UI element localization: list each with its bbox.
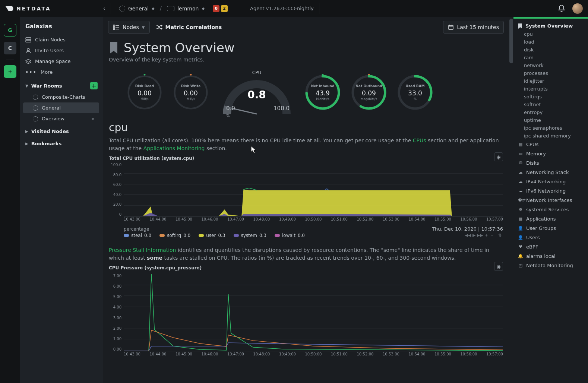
rs-sub-item[interactable]: interrupts — [513, 85, 588, 93]
host-name: lemmon — [177, 6, 199, 12]
gauge-cpu[interactable]: CPU 0.8 0.0 100.0 % — [218, 70, 296, 115]
cpu-chart[interactable]: 100.080.060.040.020.00 10:43:0010:44:001… — [109, 163, 503, 225]
legend-item[interactable]: iowait 0.0 — [275, 233, 305, 238]
group-label: War Rooms — [31, 83, 62, 89]
bookmarks-header[interactable]: ▶ Bookmarks — [25, 141, 61, 146]
rs-category[interactable]: ▭Memory — [513, 149, 588, 158]
space-name: General — [128, 6, 149, 12]
rs-category[interactable]: ⚙systemd Services — [513, 205, 588, 214]
rs-sub-item[interactable]: idlejitter — [513, 77, 588, 85]
room-icon — [33, 105, 38, 111]
rs-category[interactable]: ▦Applications — [513, 214, 588, 224]
rs-sub-item[interactable]: processes — [513, 69, 588, 77]
room-item[interactable]: Composite-Charts — [23, 92, 99, 102]
legend-name: user — [206, 233, 216, 238]
rs-category[interactable]: 👤User Groups — [513, 224, 588, 233]
rs-sub-item[interactable]: cpu — [513, 30, 588, 38]
gauge-net-out[interactable]: Net Outbound0.09megabits/s — [350, 73, 388, 112]
rail-space-g[interactable]: G — [4, 24, 16, 37]
legend-value: 0.0 — [144, 233, 151, 238]
space-selector[interactable]: General ◆ — [116, 4, 158, 13]
chart-tool-button[interactable]: ◉ — [494, 152, 503, 161]
notifications-icon[interactable] — [557, 4, 566, 13]
apps-link[interactable]: Applications Monitoring — [143, 145, 205, 151]
scrollbar[interactable] — [509, 17, 513, 383]
rs-sub-item[interactable]: disk — [513, 46, 588, 54]
user-avatar[interactable] — [572, 3, 583, 14]
gear-icon: ⚙ — [518, 207, 523, 212]
rs-sub-item[interactable]: ipc shared memory — [513, 132, 588, 140]
cloud-icon: ☁ — [518, 189, 523, 193]
sidebar-manage-space[interactable]: Manage Space — [20, 56, 103, 67]
rs-category[interactable]: 🔔alarms local — [513, 251, 588, 261]
legend-value: 0.0 — [298, 233, 305, 238]
cpu-icon: ▤ — [518, 142, 523, 147]
rs-sub-item[interactable]: softirqs — [513, 93, 588, 101]
rs-category[interactable]: ☁IPv4 Networking — [513, 177, 588, 186]
add-room-button[interactable]: + — [90, 82, 98, 89]
host-selector[interactable]: lemmon ◆ — [164, 4, 208, 13]
gauge-net-in[interactable]: Net Inbound43.9kilobits/s — [303, 73, 342, 112]
rail-add-button[interactable]: + — [4, 65, 16, 78]
caret-icon: ◆ — [202, 6, 205, 10]
logo[interactable]: NETDATA — [5, 6, 51, 12]
gauge-ram[interactable]: Used RAM33.0% — [396, 73, 434, 112]
cpus-link[interactable]: CPUs — [413, 137, 426, 143]
caret-icon: ◆ — [152, 6, 155, 10]
room-item[interactable]: Overview — [23, 113, 99, 124]
rs-category[interactable]: ◳Netdata Monitoring — [513, 261, 588, 270]
sidebar-item-label: More — [41, 69, 53, 75]
collapse-sidebar-icon[interactable]: ‹ — [103, 5, 105, 12]
rs-sub-item[interactable]: entropy — [513, 108, 588, 116]
rs-overview[interactable]: System Overview — [513, 22, 588, 30]
rs-category[interactable]: ♥eBPF — [513, 242, 588, 251]
room-icon — [33, 95, 38, 100]
legend-item[interactable]: softirq 0.0 — [159, 233, 190, 238]
rs-sub-item[interactable]: load — [513, 38, 588, 46]
chart-title: Total CPU utilization (system.cpu) — [109, 156, 194, 161]
sidebar-more[interactable]: ••• More — [20, 67, 103, 77]
alarm-crit-badge[interactable]: 0 — [213, 5, 219, 12]
legend-swatch — [275, 234, 280, 237]
legend-value: 0.0 — [183, 233, 190, 238]
visited-nodes-header[interactable]: ▶ Visited Nodes — [25, 129, 69, 134]
rs-sub-item[interactable]: network — [513, 61, 588, 69]
psi-link[interactable]: Pressure Stall Information — [109, 247, 176, 253]
rs-sub-item[interactable]: softnet — [513, 101, 588, 108]
rs-sub-item[interactable]: ipc semaphores — [513, 124, 588, 132]
left-rail: G C + — [0, 17, 20, 383]
metric-correlations-button[interactable]: Metric Correlations — [156, 24, 222, 31]
rs-category[interactable]: �⇄Network Interfaces — [513, 196, 588, 205]
gauge-disk-write[interactable]: Disk Write0.00MiB/s — [171, 73, 210, 112]
rs-sub-item[interactable]: uptime — [513, 116, 588, 124]
rs-category[interactable]: ☁Networking Stack — [513, 168, 588, 177]
gauge-disk-read[interactable]: Disk Read0.00MiB/s — [125, 73, 164, 112]
rs-category[interactable]: ▤CPUs — [513, 140, 588, 149]
sidebar-invite-users[interactable]: Invite Users — [20, 45, 103, 56]
rs-label: System Overview — [525, 23, 573, 29]
bookmark-icon[interactable] — [109, 42, 118, 54]
room-label: Composite-Charts — [42, 94, 85, 100]
war-rooms-header[interactable]: ▼ War Rooms — [25, 83, 62, 89]
rs-category[interactable]: ☁IPv6 Networking — [513, 186, 588, 196]
rail-space-c[interactable]: C — [4, 42, 16, 54]
chart-tool-button[interactable]: ◉ — [494, 262, 503, 271]
nodes-dropdown[interactable]: Nodes ▼ — [108, 21, 150, 34]
alarm-warn-badge[interactable]: 2 — [221, 5, 228, 12]
rs-category[interactable]: 👤Users — [513, 233, 588, 242]
toolbar: Nodes ▼ Metric Correlations Last 15 minu… — [103, 17, 509, 37]
legend-item[interactable]: steal 0.0 — [124, 233, 151, 238]
legend-item[interactable]: system 0.3 — [234, 233, 266, 238]
legend-swatch — [199, 234, 204, 237]
time-range-button[interactable]: Last 15 minutes — [443, 21, 504, 34]
rs-sub-item[interactable]: ram — [513, 54, 588, 61]
sidebar-claim-nodes[interactable]: Claim Nodes — [20, 34, 103, 45]
pressure-chart[interactable]: 7.006.005.004.003.002.001.000.00 10:43:0… — [109, 274, 503, 360]
room-item[interactable]: General — [23, 102, 99, 113]
chart-controls[interactable]: ◀◀ ▶ ▶▶ ＋ － ⇅ — [465, 232, 503, 238]
rs-category[interactable]: ⛁Disks — [513, 158, 588, 168]
legend-item[interactable]: user 0.3 — [199, 233, 225, 238]
cpu-section: cpu Total CPU utilization (all cores). 1… — [103, 116, 509, 361]
main-content: Nodes ▼ Metric Correlations Last 15 minu… — [103, 17, 509, 383]
disk-icon: ⛁ — [518, 161, 523, 165]
